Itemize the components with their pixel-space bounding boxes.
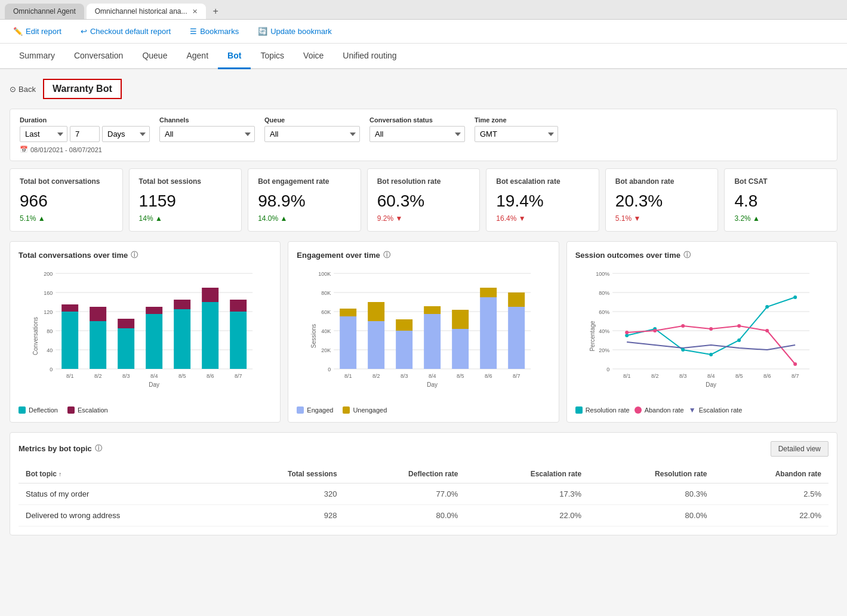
- svg-point-90: [625, 331, 629, 334]
- info-icon: ⓘ: [131, 250, 138, 260]
- tab-summary[interactable]: Summary: [10, 44, 64, 69]
- engaged-color: [297, 406, 304, 414]
- svg-text:200: 200: [44, 271, 53, 277]
- svg-rect-63: [480, 297, 497, 369]
- col-abandon-rate[interactable]: Abandon rate: [714, 465, 828, 483]
- conversation-status-label: Conversation status: [369, 116, 465, 124]
- svg-text:80K: 80K: [321, 290, 331, 296]
- kpi-bot-csat: Bot CSAT 4.8 3.2% ▲: [724, 168, 837, 232]
- legend-escalation-rate: ▼ Escalation rate: [689, 406, 743, 414]
- svg-point-86: [709, 353, 713, 356]
- engagement-chart-svg: Sessions 100K 80K 60K 40K 20K 0: [297, 267, 550, 399]
- svg-point-94: [737, 324, 741, 328]
- svg-text:8/3: 8/3: [122, 373, 130, 379]
- svg-text:8/6: 8/6: [763, 373, 771, 379]
- queue-select[interactable]: All: [264, 126, 360, 142]
- channels-select[interactable]: All: [159, 126, 255, 142]
- conversations-chart-title: Total conversations over time ⓘ: [19, 250, 272, 260]
- channels-label: Channels: [159, 116, 255, 124]
- svg-rect-25: [174, 309, 190, 369]
- cell-resolution-rate: 80.0%: [589, 504, 714, 526]
- svg-rect-67: [508, 292, 525, 307]
- info-icon: ⓘ: [95, 443, 102, 454]
- channels-filter: Channels All: [159, 116, 255, 142]
- table-row: Delivered to wrong address 928 80.0% 22.…: [19, 504, 828, 526]
- col-bot-topic[interactable]: Bot topic ↑: [19, 465, 224, 483]
- metrics-title: Metrics by bot topic ⓘ: [19, 443, 102, 454]
- kpi-label: Bot engagement rate: [258, 177, 351, 187]
- svg-rect-51: [368, 321, 384, 369]
- kpi-value: 98.9%: [258, 192, 351, 211]
- session-outcomes-legend: Resolution rate Abandon rate ▼ Escalatio…: [575, 406, 828, 414]
- add-tab-button[interactable]: +: [208, 4, 223, 19]
- svg-text:0: 0: [50, 366, 53, 372]
- cell-deflection-rate: 77.0%: [344, 483, 466, 504]
- svg-text:100%: 100%: [596, 271, 609, 277]
- conversations-chart-svg: Conversations 200 160 120 80 40 0: [19, 267, 272, 399]
- date-range-value: 08/01/2021 - 08/07/2021: [30, 146, 102, 153]
- svg-rect-14: [61, 304, 78, 312]
- update-bookmark-button[interactable]: 🔄 Update bookmark: [254, 24, 335, 38]
- escalation-label: Escalation rate: [699, 406, 743, 414]
- svg-rect-61: [452, 310, 469, 329]
- edit-icon: ✏️: [13, 27, 23, 36]
- engagement-chart-area: Sessions 100K 80K 60K 40K 20K 0: [297, 267, 550, 401]
- col-resolution-rate[interactable]: Resolution rate: [589, 465, 714, 483]
- kpi-label: Bot CSAT: [734, 177, 827, 187]
- date-range: 📅 08/01/2021 - 08/07/2021: [20, 146, 827, 153]
- col-total-sessions[interactable]: Total sessions: [224, 465, 344, 483]
- col-deflection-rate[interactable]: Deflection rate: [344, 465, 466, 483]
- svg-rect-16: [90, 321, 106, 369]
- abandon-label: Abandon rate: [645, 406, 684, 414]
- cell-topic: Status of my order: [19, 483, 224, 504]
- duration-filter: Duration Last Days Weeks Months: [20, 116, 150, 142]
- svg-text:Percentage: Percentage: [589, 321, 596, 352]
- svg-text:8/3: 8/3: [401, 373, 408, 379]
- metrics-header: Metrics by bot topic ⓘ Detailed view: [19, 441, 828, 457]
- svg-text:8/1: 8/1: [66, 373, 74, 379]
- checkout-default-button[interactable]: ↩ Checkout default report: [77, 24, 174, 38]
- tab-bot[interactable]: Bot: [218, 44, 251, 69]
- tab-queue[interactable]: Queue: [133, 44, 177, 69]
- svg-text:8/7: 8/7: [791, 373, 799, 379]
- svg-text:Day: Day: [427, 381, 438, 388]
- legend-deflection: Deflection: [19, 406, 58, 414]
- svg-text:8/7: 8/7: [235, 373, 242, 379]
- conversation-status-select[interactable]: All: [369, 126, 465, 142]
- legend-resolution-rate: Resolution rate: [575, 406, 630, 414]
- svg-text:8/4: 8/4: [707, 373, 715, 379]
- duration-value-input[interactable]: [70, 126, 100, 142]
- engagement-chart: Engagement over time ⓘ Sessions 100K 80K…: [288, 241, 559, 423]
- tab-omnichannel-agent[interactable]: Omnichannel Agent: [5, 4, 84, 19]
- cell-escalation-rate: 17.3%: [465, 483, 589, 504]
- duration-select[interactable]: Last: [20, 126, 67, 142]
- kpi-row: Total bot conversations 966 5.1% ▲ Total…: [10, 168, 837, 232]
- cell-abandon-rate: 2.5%: [714, 483, 828, 504]
- svg-text:80: 80: [47, 328, 53, 334]
- close-icon[interactable]: ✕: [192, 8, 198, 16]
- svg-rect-31: [230, 312, 247, 369]
- bookmarks-button[interactable]: ☰ Bookmarks: [186, 24, 242, 38]
- svg-point-87: [737, 338, 741, 342]
- tab-agent[interactable]: Agent: [177, 44, 218, 69]
- svg-text:8/7: 8/7: [513, 373, 520, 379]
- svg-text:20K: 20K: [321, 347, 331, 353]
- svg-text:0: 0: [328, 366, 331, 372]
- tab-conversation[interactable]: Conversation: [64, 44, 133, 69]
- col-escalation-rate[interactable]: Escalation rate: [465, 465, 589, 483]
- edit-report-button[interactable]: ✏️ Edit report: [10, 24, 65, 38]
- back-button[interactable]: ⊙ Back: [10, 85, 36, 94]
- tab-topics[interactable]: Topics: [251, 44, 294, 69]
- svg-rect-60: [452, 329, 469, 369]
- duration-unit-select[interactable]: Days Weeks Months: [102, 126, 150, 142]
- detailed-view-button[interactable]: Detailed view: [771, 441, 828, 457]
- tab-historical-analytics[interactable]: Omnichannel historical ana... ✕: [87, 4, 206, 19]
- timezone-select[interactable]: GMT: [475, 126, 558, 142]
- queue-filter: Queue All: [264, 116, 360, 142]
- metrics-table-container: Bot topic ↑ Total sessions Deflection ra…: [19, 465, 828, 526]
- tab-unified-routing[interactable]: Unified routing: [333, 44, 406, 69]
- kpi-label: Total bot sessions: [139, 177, 232, 187]
- tab-voice[interactable]: Voice: [294, 44, 333, 69]
- escalation-color: [67, 406, 75, 414]
- svg-text:8/3: 8/3: [679, 373, 687, 379]
